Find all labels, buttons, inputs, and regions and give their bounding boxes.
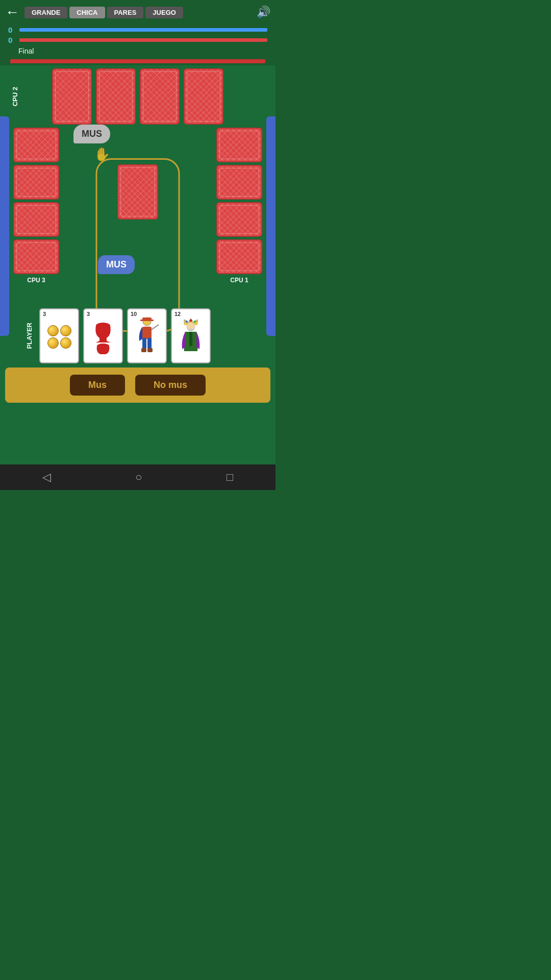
cpu3-card-3 xyxy=(13,202,59,237)
cpu1-card-3 xyxy=(216,202,262,237)
cpu2-card-3 xyxy=(140,68,180,125)
score-bar-1 xyxy=(19,28,267,32)
mus-bubble-cpu2: MUS xyxy=(73,125,110,143)
card4-number: 12 xyxy=(174,311,181,317)
svg-rect-7 xyxy=(147,338,152,349)
nav-back-button[interactable]: ◁ xyxy=(42,471,51,484)
final-label: Final xyxy=(8,46,267,56)
svg-rect-10 xyxy=(147,348,153,352)
coin-icon xyxy=(47,325,59,336)
tab-juego[interactable]: JUEGO xyxy=(145,7,183,18)
cpu1-label: CPU 1 xyxy=(230,277,248,284)
center-card xyxy=(117,164,158,219)
svg-rect-4 xyxy=(140,320,154,321)
cpu2-card-4 xyxy=(184,68,223,125)
cpu2-area: CPU 2 xyxy=(0,65,276,128)
mus-bubble-cpu3: MUS xyxy=(98,255,135,274)
android-nav-bar: ◁ ○ □ xyxy=(0,464,276,490)
nav-home-button[interactable]: ○ xyxy=(135,471,142,484)
cpu1-card-2 xyxy=(216,165,262,200)
action-area: Mus No mus xyxy=(5,368,270,403)
card3-number: 10 xyxy=(131,311,137,317)
svg-rect-13 xyxy=(189,332,192,346)
player-card-4[interactable]: 12 xyxy=(171,308,211,363)
tab-chica[interactable]: CHICA xyxy=(69,7,105,18)
cpu2-card-1 xyxy=(52,68,92,125)
player-card-2[interactable]: 3 xyxy=(83,308,123,363)
score-row1: 0 xyxy=(8,26,17,34)
progress-bar xyxy=(10,59,265,63)
mus-button[interactable]: Mus xyxy=(70,375,125,396)
player-card-3[interactable]: 10 xyxy=(127,308,167,363)
coin-icon xyxy=(47,337,59,349)
nav-recents-button[interactable]: □ xyxy=(227,471,233,484)
game-table: CPU 2 CPU 3 MUS ✋ xyxy=(0,65,276,464)
svg-point-14 xyxy=(190,320,192,322)
player-area: PLAYER 3 3 xyxy=(0,305,276,365)
player-card-1[interactable]: 3 xyxy=(39,308,79,363)
svg-line-8 xyxy=(152,325,159,330)
no-mus-button[interactable]: No mus xyxy=(135,375,206,396)
cpu2-card-2 xyxy=(96,68,136,125)
cpu1-card-4 xyxy=(216,239,262,274)
svg-rect-9 xyxy=(141,348,146,352)
svg-rect-5 xyxy=(142,327,152,339)
score-area: 0 0 Final xyxy=(0,24,276,57)
cpu3-card-4 xyxy=(13,239,59,274)
cpu3-card-1 xyxy=(13,128,59,162)
card1-number: 3 xyxy=(43,311,46,317)
knight-svg xyxy=(134,315,160,356)
cups-svg xyxy=(90,320,116,355)
coin-icon xyxy=(60,325,71,336)
card2-number: 3 xyxy=(87,311,90,317)
score-bar-2 xyxy=(19,38,267,42)
cpu3-label: CPU 3 xyxy=(27,277,45,284)
sound-button[interactable]: 🔊 xyxy=(257,6,270,19)
tab-grande[interactable]: GRANDE xyxy=(24,7,67,18)
score-tabs: GRANDE CHICA PARES JUEGO xyxy=(24,7,252,18)
cpu2-label: CPU 2 xyxy=(11,87,19,106)
svg-point-16 xyxy=(194,321,196,323)
tab-pares[interactable]: PARES xyxy=(107,7,144,18)
cpu1-card-1 xyxy=(216,128,262,162)
cpu3-card-2 xyxy=(13,165,59,200)
svg-point-15 xyxy=(186,321,188,323)
king-svg xyxy=(178,315,204,356)
back-button[interactable]: ← xyxy=(5,4,19,20)
svg-rect-6 xyxy=(142,338,146,349)
score-row2: 0 xyxy=(8,36,17,44)
player-label: PLAYER xyxy=(26,323,33,349)
coin-icon xyxy=(60,337,71,349)
